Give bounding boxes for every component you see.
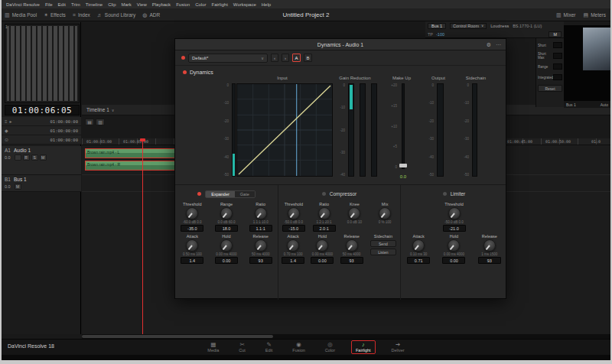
sidechain-send-button[interactable]: Send [370,240,396,247]
expander-threshold-knob[interactable]: Threshold -60.0 dB 0.0 -35.0 [177,202,207,232]
tab-gate[interactable]: Gate [235,191,255,197]
expander-hold-knob[interactable]: Hold 0.00 ms 4000 0.00 [212,234,241,264]
knob-dial[interactable] [186,207,198,219]
menu-timeline[interactable]: Timeline [86,2,103,7]
menu-fusion[interactable]: Fusion [176,2,190,7]
audio-clip-left[interactable]: Brown rain.mp4 - L [85,148,175,158]
limiter-hold-knob[interactable]: Hold 0.00 ms 4000 0.00 [439,234,468,264]
media-pool-button[interactable]: ▥ Media Pool [5,12,37,18]
menu-trim[interactable]: Trim [71,2,80,7]
settings-gear-icon[interactable]: ⚙ [487,42,491,48]
info-row[interactable]: ◆ 01:00:00:00 [2,126,81,135]
mute-button[interactable]: M [15,184,21,190]
knob-dial[interactable] [379,207,391,219]
knob-dial[interactable] [448,239,460,252]
make-up-value[interactable]: 0.0 [391,174,415,179]
knob-dial[interactable] [412,239,425,252]
bus-tab[interactable]: Bus 1 [428,23,446,29]
knob-dial[interactable] [220,239,233,252]
playhead-marker[interactable] [140,138,145,141]
knob-value[interactable]: 0.71 [407,257,430,264]
page-media[interactable]: ▦ Media [203,341,223,353]
page-cut[interactable]: ✂ Cut [235,341,249,353]
knob-dial[interactable] [287,239,299,252]
knob-value[interactable]: 93 [249,257,272,264]
compressor-attack-knob[interactable]: Attack 0.70 ms 100 1.4 [278,234,308,264]
knob-dial[interactable] [255,239,267,252]
knob-value[interactable]: -21.0 [443,225,466,232]
limiter-threshold-knob[interactable]: Threshold -50.0 dB 0.0 -21.0 [440,202,469,232]
knob-dial[interactable] [346,239,358,252]
menu-workspace[interactable]: Workspace [233,2,256,7]
track-gain[interactable]: 0.0 [5,184,11,189]
next-preset-button[interactable]: › [282,54,289,62]
expander-range-knob[interactable]: Range 0.0 dB 60.0 18.0 [212,202,241,232]
plugin-enable-toggle[interactable] [181,56,185,60]
dynamics-enable-toggle[interactable] [183,70,187,74]
ab-compare-a-button[interactable]: A [292,54,301,62]
knob-value[interactable]: 1.1:1 [249,225,272,232]
track-header-audio1[interactable]: A1 Audio 1 0.0 R S M [2,146,81,175]
menu-davinci-resolve[interactable]: DaVinci Resolve [6,2,40,7]
track-header-bus1[interactable]: B1 Bus 1 0.0 M [2,175,81,192]
control-room-dropdown[interactable]: Control Room ∨ [450,23,487,29]
page-deliver[interactable]: ➔ Deliver [388,341,409,353]
knob-value[interactable]: 0.00 [311,257,334,264]
expander-ratio-knob[interactable]: Ratio 1.1:1 10.0 1.1:1 [246,202,275,232]
compressor-hold-knob[interactable]: Hold 0.00 ms 4000 0.00 [308,234,337,264]
loudness-standard[interactable]: BS.1770-1 (LU) [513,24,542,28]
compressor-threshold-knob[interactable]: Threshold -50.0 dB 0.0 -15.0 [279,202,308,232]
timeline-zoom-button[interactable]: ▥ [96,119,105,125]
mute-button[interactable]: M [40,154,47,161]
knob-dial[interactable] [186,239,198,252]
preset-dropdown[interactable]: Default* ∨ [188,54,268,63]
expander-enable-toggle[interactable] [197,192,201,196]
knob-value[interactable]: 1.4 [282,257,304,264]
menu-help[interactable]: Help [262,2,271,7]
knob-dial[interactable] [318,207,330,219]
knob-value[interactable]: 93 [340,257,363,264]
meters-button[interactable]: ▤ Meters [584,12,607,18]
tab-expander[interactable]: Expander [206,191,235,197]
knob-dial[interactable] [288,207,300,219]
meter-mode-button[interactable]: M [549,31,562,37]
compressor-knee-knob[interactable]: Knee 0.0 dB 10 [340,202,369,232]
mixer-button[interactable]: ▥ Mixer [556,12,576,18]
compressor-mix-knob[interactable]: Mix 0 % 100 [370,202,399,232]
knob-value[interactable]: -15.0 [282,225,305,232]
ab-compare-b-button[interactable]: B [304,54,312,62]
menu-color[interactable]: Color [195,2,206,7]
limiter-attack-knob[interactable]: Attack 0.10 ms 30 0.71 [404,234,433,264]
arm-button[interactable]: R [23,154,30,161]
compressor-enable-toggle[interactable] [322,192,326,196]
make-up-slider-track[interactable] [402,83,405,169]
loudness-reset-button[interactable]: Reset [538,85,562,92]
solo-button[interactable]: S [31,154,38,161]
dynamics-curve-graph[interactable] [236,83,333,177]
adr-button[interactable]: ◍ ADR [142,12,160,18]
menu-clip[interactable]: Clip [108,2,116,7]
expander-release-knob[interactable]: Release 50 ms 4000 93 [246,234,275,264]
knob-value[interactable]: 1.4 [181,257,203,264]
playhead-line[interactable] [142,138,143,334]
limiter-release-knob[interactable]: Release 1 ms 1500 93 [475,234,504,264]
knob-dial[interactable] [448,207,461,219]
lock-icon[interactable] [15,154,21,161]
index-button[interactable]: ≡ Index [73,12,90,18]
info-row[interactable]: ⊙ 01:00:00:00 [2,135,81,145]
knob-value[interactable]: 0.00 [442,257,465,264]
menu-file[interactable]: File [45,2,53,7]
video-viewer[interactable] [564,25,610,101]
page-fusion[interactable]: ◉ Fusion [288,341,309,353]
menu-playback[interactable]: Playback [152,2,171,7]
menu-fairlight[interactable]: Fairlight [211,2,227,7]
knob-dial[interactable] [255,207,267,219]
knob-value[interactable]: 0.00 [215,257,238,264]
page-fairlight[interactable]: ♪ Fairlight [351,340,376,354]
limiter-enable-toggle[interactable] [443,192,447,196]
page-color[interactable]: ◎ Color [321,341,339,353]
page-edit[interactable]: ✎ Edit [262,341,276,353]
viewer-mode-label[interactable]: Auto [601,102,608,107]
track-gain[interactable]: 0.0 [5,155,11,160]
timeline-view-option-button[interactable]: ▤ [85,119,94,125]
